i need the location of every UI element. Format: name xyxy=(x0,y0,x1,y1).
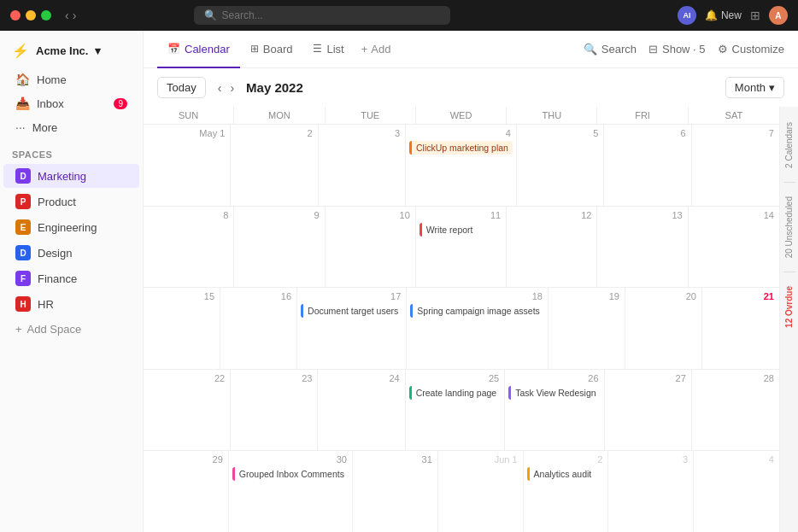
new-button[interactable]: 🔔 New xyxy=(705,9,742,21)
next-button[interactable]: › xyxy=(226,79,238,96)
tab-list[interactable]: ☰ List xyxy=(302,31,354,68)
space-avatar: E xyxy=(15,219,31,235)
show-button[interactable]: ⊟ Show · 5 xyxy=(648,43,706,56)
calendar-event[interactable]: Analytics audit xyxy=(527,467,605,481)
overdue-tab[interactable]: 12 Ovrdue xyxy=(783,279,795,335)
space-item-marketing[interactable]: D Marketing xyxy=(3,164,139,188)
chevron-down-icon: ▾ xyxy=(95,44,101,57)
customize-label: Customize xyxy=(732,43,784,56)
add-space-button[interactable]: + Add Space xyxy=(3,319,139,340)
cal-cell[interactable]: 14 xyxy=(689,207,779,288)
inbox-icon: 📥 xyxy=(15,96,30,110)
inbox-badge: 9 xyxy=(114,98,127,109)
bell-icon: 🔔 xyxy=(705,9,718,21)
cal-cell[interactable]: 6 xyxy=(604,125,691,206)
today-button[interactable]: Today xyxy=(157,77,206,98)
calendar-event[interactable]: Grouped Inbox Comments xyxy=(232,467,349,481)
day-header-sat: Sat xyxy=(689,107,779,124)
calendar-event[interactable]: Document target users xyxy=(301,304,402,318)
calendar-event[interactable]: Spring campaign image assets xyxy=(410,304,544,318)
ai-badge[interactable]: AI xyxy=(678,6,696,25)
cal-cell[interactable]: 22 xyxy=(144,370,231,451)
day-number: 6 xyxy=(607,128,687,140)
cal-cell[interactable]: 16 xyxy=(220,288,297,369)
cal-cell[interactable]: 9 xyxy=(234,207,325,288)
avatar[interactable]: A xyxy=(769,6,788,25)
forward-button[interactable]: › xyxy=(73,9,77,22)
day-number: 4 xyxy=(409,128,513,140)
cal-cell[interactable]: 30 Grouped Inbox Comments xyxy=(229,451,353,532)
cal-cell[interactable]: 2 Analytics audit xyxy=(524,451,609,532)
cal-cell[interactable]: 3 xyxy=(608,451,694,532)
month-button[interactable]: Month ▾ xyxy=(725,77,784,98)
month-selector: Month ▾ xyxy=(725,77,784,98)
cal-cell[interactable]: 29 xyxy=(144,451,229,532)
tab-board[interactable]: ⊞ Board xyxy=(240,31,303,68)
cal-cell[interactable]: 4 ClickUp marketing plan xyxy=(406,125,517,206)
calendar-title: May 2022 xyxy=(246,80,303,95)
cal-cell[interactable]: 12 xyxy=(507,207,597,288)
cal-cell[interactable]: 17 Document target users xyxy=(297,288,407,369)
cal-cell[interactable]: 19 xyxy=(549,288,625,369)
day-number: 2 xyxy=(527,454,605,466)
cal-cell[interactable]: 23 xyxy=(231,370,318,451)
minimize-button[interactable] xyxy=(26,10,36,20)
cal-cell[interactable]: 21 xyxy=(702,288,779,369)
calendars-tab[interactable]: 2 Calendars xyxy=(783,115,795,175)
cal-cell[interactable]: 27 xyxy=(605,370,692,451)
search-bar[interactable]: 🔍 xyxy=(194,6,450,25)
calendar-week: 29 30 Grouped Inbox Comments 31 Jun 1 2 … xyxy=(144,451,779,532)
cal-cell[interactable]: Jun 1 xyxy=(438,451,524,532)
tab-calendar[interactable]: 📅 Calendar xyxy=(157,31,240,68)
cal-cell[interactable]: 25 Create landing page xyxy=(406,370,506,451)
sidebar-item-inbox[interactable]: 📥 Inbox 9 xyxy=(3,92,139,114)
cal-cell[interactable]: 18 Spring campaign image assets xyxy=(407,288,549,369)
space-item-engineering[interactable]: E Engineering xyxy=(3,215,139,239)
grid-icon[interactable]: ⊞ xyxy=(750,9,760,22)
search-button[interactable]: 🔍 Search xyxy=(584,43,637,56)
back-button[interactable]: ‹ xyxy=(65,9,69,22)
cal-cell[interactable]: 24 xyxy=(318,370,405,451)
cal-cell[interactable]: 3 xyxy=(319,125,406,206)
day-number: 20 xyxy=(629,291,698,303)
close-button[interactable] xyxy=(10,10,21,20)
calendar-event[interactable]: ClickUp marketing plan xyxy=(409,141,513,155)
space-item-product[interactable]: P Product xyxy=(3,190,139,213)
cal-cell[interactable]: 7 xyxy=(692,125,779,206)
unscheduled-tab[interactable]: 20 Unscheduled xyxy=(783,190,795,265)
cal-cell[interactable]: 2 xyxy=(231,125,318,206)
cal-cell[interactable]: 26 Task View Redesign xyxy=(505,370,604,451)
sidebar-item-home[interactable]: 🏠 Home xyxy=(3,68,139,91)
prev-button[interactable]: ‹ xyxy=(214,79,226,96)
cal-cell[interactable]: 15 xyxy=(144,288,220,369)
cal-cell[interactable]: 20 xyxy=(625,288,702,369)
space-item-finance[interactable]: F Finance xyxy=(3,266,139,290)
day-number: 3 xyxy=(322,128,402,140)
space-item-hr[interactable]: H HR xyxy=(3,292,139,316)
cal-cell[interactable]: May 1 xyxy=(144,125,231,206)
sidebar-item-more[interactable]: ··· More xyxy=(3,116,139,138)
calendar-event[interactable]: Create landing page xyxy=(409,386,502,400)
cal-cell[interactable]: 13 xyxy=(597,207,688,288)
month-label: Month xyxy=(735,81,766,94)
cal-cell[interactable]: 11 Write report xyxy=(416,207,507,288)
divider xyxy=(783,182,795,183)
tab-label: List xyxy=(326,43,343,56)
cal-cell[interactable]: 8 xyxy=(144,207,234,288)
cal-cell[interactable]: 4 xyxy=(694,451,779,532)
customize-button[interactable]: ⚙ Customize xyxy=(718,43,784,56)
calendar-event[interactable]: Task View Redesign xyxy=(508,386,600,400)
brand[interactable]: ⚡ Acme Inc. ▾ xyxy=(0,38,143,67)
maximize-button[interactable] xyxy=(41,10,51,20)
add-view-button[interactable]: + Add xyxy=(355,43,398,56)
cal-cell[interactable]: 10 xyxy=(326,207,416,288)
space-item-design[interactable]: D Design xyxy=(3,241,139,265)
cal-cell[interactable]: 28 xyxy=(692,370,779,451)
day-number: 22 xyxy=(147,373,226,385)
cal-cell[interactable]: 31 xyxy=(353,451,438,532)
cal-cell[interactable]: 5 xyxy=(517,125,604,206)
day-header-tue: Tue xyxy=(326,107,416,124)
search-input[interactable] xyxy=(222,9,440,21)
calendar-event[interactable]: Write report xyxy=(420,223,502,237)
nav-arrows: ‹ › xyxy=(65,9,76,22)
